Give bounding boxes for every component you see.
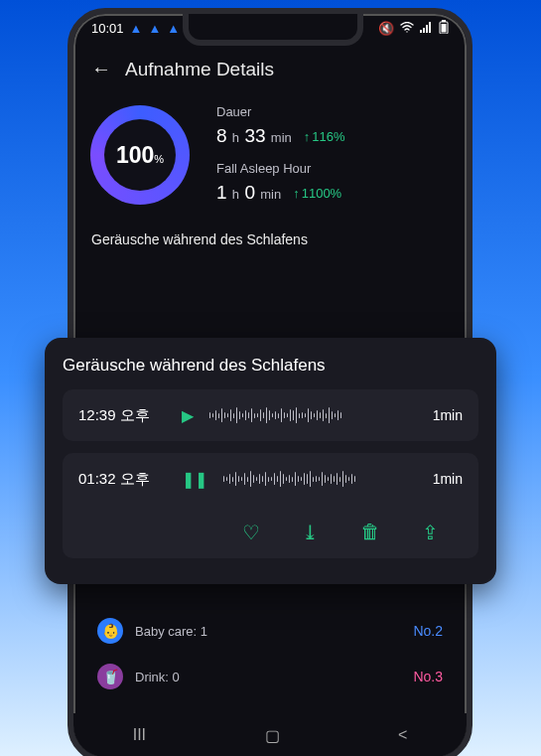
list-item[interactable]: 👶 Baby care: 1 No.2 [91, 608, 449, 654]
waveform [209, 403, 417, 427]
waveform [223, 467, 417, 491]
pause-icon[interactable]: ❚❚ [182, 470, 207, 489]
battery-icon [439, 20, 449, 37]
trash-icon[interactable]: 🗑 [360, 521, 380, 544]
svg-rect-3 [429, 22, 431, 33]
score-percent: % [154, 153, 164, 165]
clip-time: 12:39 오후 [78, 406, 166, 425]
list-item-label: Drink: 0 [135, 670, 401, 684]
rank-badge: No.2 [413, 623, 443, 639]
signal-icon [420, 21, 433, 36]
svg-rect-1 [423, 28, 425, 33]
drink-icon: 🥤 [97, 664, 123, 689]
list-item[interactable]: 🥤 Drink: 0 No.3 [91, 654, 449, 699]
noise-sheet: Geräusche während des Schlafens 12:39 오후… [45, 338, 496, 584]
play-icon[interactable]: ▶ [182, 406, 194, 425]
wifi-icon [400, 21, 414, 36]
status-bar: 10:01 ▲ ▲ ▲ 🔇 [73, 14, 467, 42]
svg-rect-0 [420, 30, 422, 33]
android-nav-bar: III ▢ < [73, 713, 467, 756]
share-icon[interactable]: ⇪ [422, 521, 439, 544]
duration-change: ↑ 116% [304, 129, 345, 144]
fallasleep-change: ↑ 1100% [293, 186, 341, 201]
rank-badge: No.3 [413, 669, 443, 684]
habit-list: 👶 Baby care: 1 No.2 🥤 Drink: 0 No.3 [91, 608, 449, 699]
side-button [471, 143, 473, 203]
list-item-label: Baby care: 1 [135, 624, 401, 639]
duration-value: 8 h 33 min [216, 125, 292, 147]
baby-icon: 👶 [97, 618, 123, 644]
bell-icon: ▲ [148, 21, 161, 36]
arrow-up-icon: ↑ [293, 186, 300, 201]
arrow-up-icon: ↑ [304, 129, 311, 144]
svg-rect-6 [442, 24, 447, 33]
clip-time: 01:32 오후 [78, 470, 166, 489]
duration-label: Dauer [216, 104, 345, 119]
stats-block: Dauer 8 h 33 min ↑ 116% Fall Asleep Hour… [216, 100, 345, 214]
clip-duration: 1min [433, 407, 463, 423]
svg-rect-2 [426, 25, 428, 33]
score-value: 100 [116, 119, 154, 191]
status-time: 10:01 [91, 21, 124, 36]
noise-section-title: Geräusche während des Schlafens [73, 231, 467, 247]
back-arrow-icon[interactable]: ← [91, 58, 111, 80]
fallasleep-value: 1 h 0 min [216, 182, 281, 204]
mute-icon: 🔇 [378, 21, 394, 36]
fallasleep-label: Fall Asleep Hour [216, 161, 345, 176]
download-icon[interactable]: ⤓ [302, 521, 319, 544]
audio-clip-row[interactable]: 01:32 오후 ❚❚ 1min ♡ ⤓ 🗑 ⇪ [63, 453, 478, 558]
back-button[interactable]: < [398, 726, 407, 744]
bell-icon: ▲ [130, 21, 143, 36]
heart-icon[interactable]: ♡ [242, 521, 260, 544]
bell-icon: ▲ [167, 21, 180, 36]
sheet-title: Geräusche während des Schlafens [63, 356, 478, 376]
recent-apps-button[interactable]: III [133, 726, 146, 744]
header: ← Aufnahme Details [73, 42, 467, 90]
summary-panel: 100 % Dauer 8 h 33 min ↑ 116% Fall Aslee… [73, 90, 467, 227]
side-button [471, 213, 473, 302]
page-title: Aufnahme Details [125, 59, 274, 80]
clip-duration: 1min [433, 471, 463, 487]
score-ring: 100 % [85, 100, 195, 210]
home-button[interactable]: ▢ [265, 726, 280, 745]
audio-clip-row[interactable]: 12:39 오후 ▶ 1min [63, 389, 478, 441]
